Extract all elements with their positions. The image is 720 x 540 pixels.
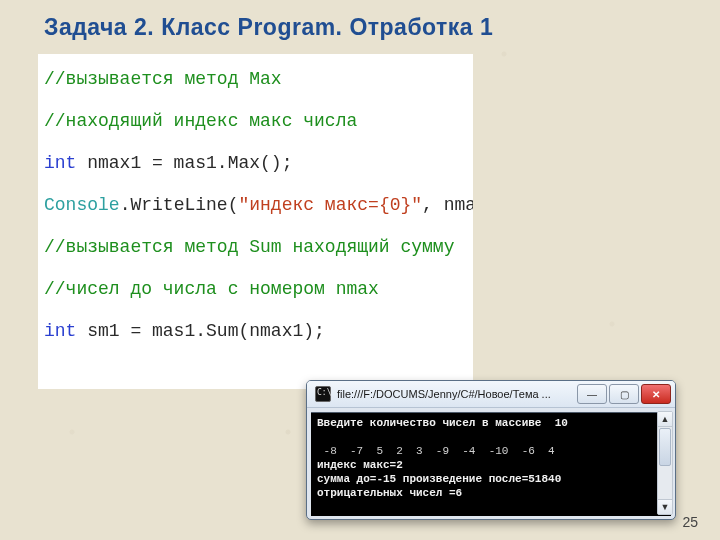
code-comment: //находящий индекс макс числа <box>44 111 357 131</box>
console-line: -8 -7 5 2 3 -9 -4 -10 -6 4 <box>317 445 555 457</box>
console-titlebar[interactable]: file:///F:/DOCUMS/Jenny/C#/Новое/Тема ..… <box>307 381 675 408</box>
console-output[interactable]: Введите количество чисел в массиве 10 -8… <box>311 412 671 516</box>
page-number: 25 <box>682 514 698 530</box>
code-text: , nmax1); <box>422 195 473 215</box>
slide-title: Задача 2. Класс Program. Отработка 1 <box>44 14 493 41</box>
scroll-down-icon[interactable]: ▼ <box>658 499 672 514</box>
code-comment: //чисел до числа с номером nmax <box>44 279 379 299</box>
minimize-button[interactable]: — <box>577 384 607 404</box>
scrollbar[interactable]: ▲ ▼ <box>657 411 673 515</box>
code-text: nmax1 = mas1.Max(); <box>76 153 292 173</box>
console-line: индекс макс=2 <box>317 459 403 471</box>
console-window: file:///F:/DOCUMS/Jenny/C#/Новое/Тема ..… <box>306 380 676 520</box>
code-string: "индекс макс={0}" <box>238 195 422 215</box>
console-line: Введите количество чисел в массиве 10 <box>317 417 568 429</box>
close-button[interactable]: ✕ <box>641 384 671 404</box>
console-title: file:///F:/DOCUMS/Jenny/C#/Новое/Тема ..… <box>337 388 577 400</box>
code-text: sm1 = mas1.Sum(nmax1); <box>76 321 324 341</box>
maximize-button[interactable]: ▢ <box>609 384 639 404</box>
code-keyword: int <box>44 321 76 341</box>
cmd-icon <box>315 386 331 402</box>
console-line: отрицательных чисел =6 <box>317 487 462 499</box>
code-comment: //вызывается метод Max <box>44 69 282 89</box>
code-comment: //вызывается метод Sum находящий сумму <box>44 237 454 257</box>
code-panel: //вызывается метод Max //находящий индек… <box>38 54 473 389</box>
scroll-thumb[interactable] <box>659 428 671 466</box>
code-text: .WriteLine( <box>120 195 239 215</box>
code-class: Console <box>44 195 120 215</box>
window-buttons: — ▢ ✕ <box>577 384 671 404</box>
console-line: сумма до=-15 произведение после=51840 <box>317 473 561 485</box>
scroll-up-icon[interactable]: ▲ <box>658 412 672 427</box>
code-keyword: int <box>44 153 76 173</box>
